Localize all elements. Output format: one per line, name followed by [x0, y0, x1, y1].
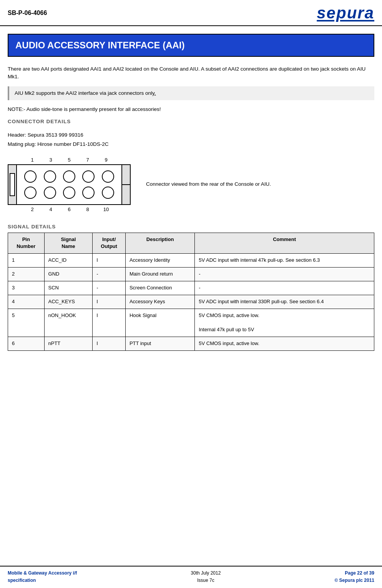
doc-number: SB-P-06-4066	[8, 10, 47, 17]
pin-circle-4	[44, 187, 56, 199]
cell-comment: -	[195, 268, 374, 281]
cell-signal: GND	[44, 268, 93, 281]
connector-info: Header: Sepura 3513 999 99316 Mating plu…	[8, 130, 374, 149]
connector-body	[8, 164, 131, 205]
pin-top-7: 7	[81, 157, 95, 163]
connector-area: 1 3 5 7 9	[8, 157, 374, 212]
cell-comment: 5V CMOS input, active low.	[195, 337, 374, 351]
note-text: NOTE:- Audio side-tone is permanently pr…	[8, 106, 374, 113]
footer-left-line1: Mobile & Gateway Accessory i/f	[8, 570, 77, 577]
highlight-box: AIU Mk2 supports the AAI2 interface via …	[8, 86, 374, 100]
cell-io: -	[93, 281, 126, 295]
copyright: © Sepura plc 2011	[334, 577, 374, 584]
cell-pin: 3	[8, 281, 45, 295]
connector-right-upper	[122, 165, 130, 185]
connector-left-inner	[10, 173, 15, 196]
th-io: Input/Output	[93, 233, 126, 254]
cell-signal: nPTT	[44, 337, 93, 351]
connector-header-label: Header: Sepura 3513 999 99316	[8, 130, 374, 140]
pin-bot-10: 10	[99, 206, 113, 212]
footer-left-line2: specification	[8, 577, 77, 584]
table-row: 3SCN-Screen Connection-	[8, 281, 374, 295]
cell-io: I	[93, 295, 126, 309]
cell-signal: ACC_ID	[44, 254, 93, 268]
section-banner: AUDIO ACCESSORY INTERFACE (AAI)	[8, 34, 374, 57]
pin-row-bottom	[21, 187, 118, 199]
cell-description: Screen Connection	[125, 281, 194, 295]
table-row: 6nPTTIPTT input5V CMOS input, active low…	[8, 337, 374, 351]
page-header: SB-P-06-4066 sepura	[0, 0, 382, 26]
pin-numbers-top: 1 3 5 7 9	[8, 157, 131, 163]
cell-comment: 5V CMOS input, active low.Internal 47k p…	[195, 309, 374, 337]
connector-diagram: 1 3 5 7 9	[8, 157, 131, 212]
footer-left: Mobile & Gateway Accessory i/f specifica…	[8, 570, 77, 584]
connector-right-lower	[122, 185, 130, 204]
pin-circle-5	[63, 170, 75, 183]
cell-signal: ACC_KEYS	[44, 295, 93, 309]
cell-comment: 5V ADC input with internal 47k pull-up. …	[195, 254, 374, 268]
signal-section-heading: Signal Details	[8, 224, 374, 230]
pin-circle-6	[63, 187, 75, 199]
pin-top-5: 5	[62, 157, 76, 163]
table-row: 4ACC_KEYSIAccessory Keys5V ADC input wit…	[8, 295, 374, 309]
cell-pin: 5	[8, 309, 45, 337]
cell-description: Main Ground return	[125, 268, 194, 281]
pin-numbers-bottom: 2 4 6 8 10	[8, 206, 131, 212]
page-number: Page 22 of 39	[334, 570, 374, 577]
pin-circle-3	[44, 170, 56, 183]
cell-pin: 2	[8, 268, 45, 281]
cell-io: -	[93, 268, 126, 281]
cell-pin: 1	[8, 254, 45, 268]
connector-left-tab	[8, 165, 17, 204]
pin-circle-7	[82, 170, 95, 183]
cell-signal: SCN	[44, 281, 93, 295]
cell-io: I	[93, 254, 126, 268]
connector-caption: Connector viewed from the rear of the Co…	[146, 180, 271, 188]
main-content: AUDIO ACCESSORY INTERFACE (AAI) There ar…	[0, 26, 382, 382]
pin-row-top	[21, 170, 118, 183]
connector-section-heading: Connector Details	[8, 119, 374, 124]
pin-top-9: 9	[99, 157, 113, 163]
table-header-row: PinNumber SignalName Input/Output Descri…	[8, 233, 374, 254]
pin-circle-9	[102, 170, 114, 183]
cell-io: I	[93, 309, 126, 337]
cell-comment: -	[195, 281, 374, 295]
footer-center: 30th July 2012 Issue 7c	[191, 570, 221, 584]
cell-signal: nON_HOOK	[44, 309, 93, 337]
pin-bot-2: 2	[25, 206, 39, 212]
highlight-text: AIU Mk2 supports the AAI2 interface via …	[15, 90, 156, 96]
cell-description: Hook Signal	[125, 309, 194, 337]
th-signal: SignalName	[44, 233, 93, 254]
cell-description: PTT input	[125, 337, 194, 351]
page-footer: Mobile & Gateway Accessory i/f specifica…	[0, 566, 382, 588]
table-row: 5nON_HOOKIHook Signal5V CMOS input, acti…	[8, 309, 374, 337]
pin-circle-8	[82, 187, 95, 199]
cell-pin: 4	[8, 295, 45, 309]
pin-circle-2	[24, 187, 37, 199]
table-row: 1ACC_IDIAccessory Identity5V ADC input w…	[8, 254, 374, 268]
footer-issue: Issue 7c	[191, 577, 221, 584]
pin-bot-4: 4	[44, 206, 58, 212]
footer-right: Page 22 of 39 © Sepura plc 2011	[334, 570, 374, 584]
connector-right-tab	[121, 165, 130, 204]
connector-mating-label: Mating plug: Hirose number DF11-10DS-2C	[8, 140, 374, 149]
pin-bot-8: 8	[81, 206, 95, 212]
cell-io: I	[93, 337, 126, 351]
th-comment: Comment	[195, 233, 374, 254]
brand-logo: sepura	[317, 4, 374, 22]
th-pin: PinNumber	[8, 233, 45, 254]
th-description: Description	[125, 233, 194, 254]
intro-text: There are two AAI ports designated AAI1 …	[8, 65, 374, 81]
pin-top-1: 1	[25, 157, 39, 163]
cell-description: Accessory Identity	[125, 254, 194, 268]
cell-pin: 6	[8, 337, 45, 351]
cell-description: Accessory Keys	[125, 295, 194, 309]
connector-pins	[17, 165, 121, 204]
pin-circle-10	[102, 187, 114, 199]
footer-date: 30th July 2012	[191, 570, 221, 577]
table-row: 2GND-Main Ground return-	[8, 268, 374, 281]
cell-comment: 5V ADC input with internal 330R pull-up.…	[195, 295, 374, 309]
signal-table: PinNumber SignalName Input/Output Descri…	[8, 233, 374, 351]
pin-top-3: 3	[44, 157, 58, 163]
pin-bot-6: 6	[62, 206, 76, 212]
